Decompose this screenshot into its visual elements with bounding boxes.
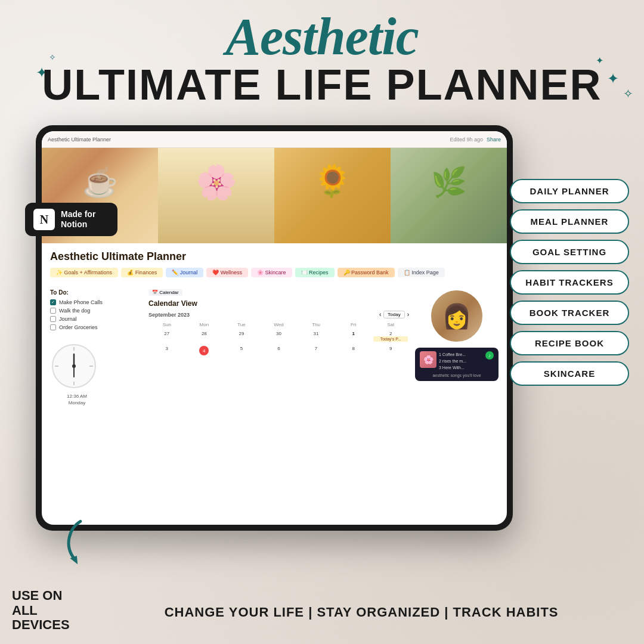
music-track-2: 2 rises the m... <box>439 358 483 364</box>
hero-img-flower <box>158 148 274 243</box>
planner-title: Aesthetic Ultimate Planner <box>50 250 499 263</box>
todo-title: To Do: <box>50 289 143 296</box>
title-ultimate: ULTIMATE LIFE PLANNER <box>0 63 644 106</box>
cal-view-title: Calendar View <box>148 299 409 308</box>
topbar-right: Edited 9h ago Share <box>450 137 501 143</box>
music-track-3: 3 Here With... <box>439 364 483 371</box>
notion-logo-icon: N <box>33 209 55 230</box>
use-all-label: USE ONALLDEVICES <box>12 588 70 631</box>
todo-section: To Do: ✓ Make Phone Calls Walk the dog J… <box>50 289 143 413</box>
todo-item-4: Order Groceries <box>50 324 143 330</box>
todo-label-2: Walk the dog <box>59 308 90 314</box>
nav-recipes[interactable]: 🍽️ Recipes <box>295 268 335 277</box>
svg-point-7 <box>72 364 76 368</box>
music-widget: 🌸 1 Coffee Bre... 2 rises the m... 3 Her… <box>415 348 499 381</box>
hero-img-sunflower <box>274 148 391 243</box>
cal-month-label: September 2023 <box>148 312 190 318</box>
cal-day-9[interactable]: 9 <box>372 344 409 357</box>
cal-day-5[interactable]: 5 <box>223 344 260 357</box>
bottom-tagline: CHANGE YOUR LIFE | STAY ORGANIZED | TRAC… <box>165 605 559 620</box>
btn-habit-trackers[interactable]: HABIT TRACKERS <box>510 270 629 295</box>
notion-line2: Notion <box>61 219 87 229</box>
cal-day-3[interactable]: 3 <box>148 344 185 357</box>
btn-daily-planner[interactable]: DAILY PLANNER <box>510 179 629 203</box>
tablet-screen: Aesthetic Ultimate Planner Edited 9h ago… <box>42 131 507 525</box>
cal-day-2[interactable]: 2 Today's P... <box>372 329 409 343</box>
todo-item-3: Journal <box>50 316 143 322</box>
cal-day-31[interactable]: 31 <box>298 329 335 343</box>
todo-label-4: Order Groceries <box>59 324 98 330</box>
cal-day-8[interactable]: 8 <box>335 344 372 357</box>
cal-sat-header: Sat <box>372 321 409 329</box>
hero-img-leaves <box>391 148 507 243</box>
music-inner: 🌸 1 Coffee Bre... 2 rises the m... 3 Her… <box>420 351 494 371</box>
btn-book-tracker[interactable]: BOOK TRACKER <box>510 301 629 325</box>
todo-checkbox-4[interactable] <box>50 324 56 330</box>
nav-finances[interactable]: 💰 Finances <box>121 268 163 277</box>
cal-thu-header: Thu <box>298 321 335 329</box>
clock-time: 12:36 AM <box>50 394 104 399</box>
todo-item-1: ✓ Make Phone Calls <box>50 299 143 305</box>
music-track-1: 1 Coffee Bre... <box>439 351 483 358</box>
cal-next-btn[interactable]: › <box>407 311 409 318</box>
btn-meal-planner[interactable]: MEAL PLANNER <box>510 209 629 234</box>
nav-skincare[interactable]: 🌸 Skincare <box>251 268 292 277</box>
cal-event: Today's P... <box>373 336 408 342</box>
music-thumb: 🌸 <box>420 351 436 368</box>
cal-day-28[interactable]: 28 <box>186 329 223 343</box>
music-track-list: 1 Coffee Bre... 2 rises the m... 3 Here … <box>439 351 483 371</box>
cal-nav: September 2023 ‹ Today › <box>148 311 409 318</box>
cal-tue-header: Tue <box>223 321 260 329</box>
cal-prev-btn[interactable]: ‹ <box>379 311 381 318</box>
clock-day: Monday <box>50 400 104 405</box>
nav-buttons: ✨ Goals + Affirmations 💰 Finances ✏️ Jou… <box>50 268 499 277</box>
topbar-app-name: Aesthetic Ultimate Planner <box>48 137 111 143</box>
notion-badge: N Made for Notion <box>25 203 117 236</box>
arrow-wrapper <box>54 516 101 566</box>
todo-label-1: Make Phone Calls <box>59 299 103 305</box>
cal-grid: Sun Mon Tue Wed Thu Fri Sat 27 28 29 30 … <box>148 321 409 357</box>
feature-buttons: DAILY PLANNER MEAL PLANNER GOAL SETTING … <box>510 179 629 386</box>
btn-goal-setting[interactable]: GOAL SETTING <box>510 240 629 264</box>
cal-day-27[interactable]: 27 <box>148 329 185 343</box>
todo-checkbox-1[interactable]: ✓ <box>50 299 56 305</box>
clock-face-svg <box>50 342 98 390</box>
nav-password[interactable]: 🔑 Password Bank <box>338 268 395 277</box>
nav-goals[interactable]: ✨ Goals + Affirmations <box>50 268 118 277</box>
topbar-edited: Edited 9h ago <box>450 137 483 143</box>
use-all-devices: USE ONALLDEVICES <box>12 589 70 632</box>
title-aesthetic: Aesthetic <box>0 11 644 63</box>
tablet-device: Aesthetic Ultimate Planner Edited 9h ago… <box>36 125 513 531</box>
right-widgets: 👩 🌸 1 Coffee Bre... 2 rises the m... 3 H… <box>415 289 499 413</box>
calendar-section: 📅 Calendar Calendar View September 2023 … <box>148 289 409 413</box>
btn-recipe-book[interactable]: RECIPE BOOK <box>510 331 629 355</box>
todo-item-2: Walk the dog <box>50 308 143 314</box>
topbar-share[interactable]: Share <box>487 137 501 143</box>
notion-badge-text: Made for Notion <box>61 209 95 230</box>
cal-day-7[interactable]: 7 <box>298 344 335 357</box>
cal-sun-header: Sun <box>148 321 185 329</box>
todo-checkbox-3[interactable] <box>50 316 56 322</box>
cal-mon-header: Mon <box>186 321 223 329</box>
cal-nav-controls: ‹ Today › <box>379 311 409 318</box>
cal-day-6[interactable]: 6 <box>261 344 298 357</box>
cal-today-btn[interactable]: Today <box>383 311 404 318</box>
cal-day-29[interactable]: 29 <box>223 329 260 343</box>
cal-day-30[interactable]: 30 <box>261 329 298 343</box>
todo-checkbox-2[interactable] <box>50 308 56 314</box>
cal-tab-btn[interactable]: 📅 Calendar <box>148 289 182 296</box>
clock-widget: 12:36 AM Monday <box>50 342 104 396</box>
cal-day-4[interactable]: 4 <box>186 344 223 357</box>
notion-line1: Made for <box>61 209 95 219</box>
cal-day-sep1[interactable]: 1 <box>335 329 372 343</box>
cal-header: 📅 Calendar <box>148 289 409 296</box>
music-label: aesthetic songs you'll love <box>420 373 494 377</box>
nav-wellness[interactable]: ❤️ Wellness <box>206 268 248 277</box>
screen-topbar: Aesthetic Ultimate Planner Edited 9h ago… <box>42 131 507 148</box>
cal-fri-header: Fri <box>335 321 372 329</box>
nav-journal[interactable]: ✏️ Journal <box>166 268 203 277</box>
cal-wed-header: Wed <box>261 321 298 329</box>
nav-index[interactable]: 📋 Index Page <box>398 268 445 277</box>
btn-skincare[interactable]: SKINCARE <box>510 361 629 386</box>
arrow-icon <box>45 507 110 572</box>
